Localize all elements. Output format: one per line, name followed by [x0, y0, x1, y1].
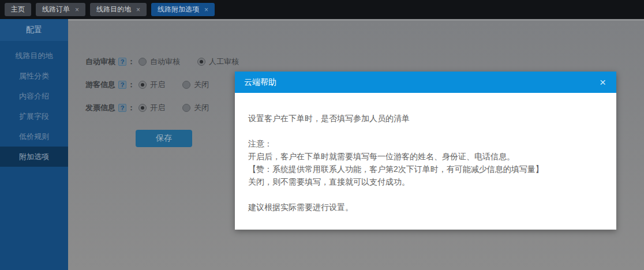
radio-label: 关闭 [194, 80, 209, 90]
sidebar: 配置 线路目的地 属性分类 内容介绍 扩展字段 低价规则 附加选项 [0, 19, 68, 270]
modal-text-line: 注意： [248, 137, 602, 150]
radio-icon-selected[interactable] [138, 104, 147, 112]
modal-header: 云端帮助 × [235, 72, 616, 93]
sidebar-title: 配置 [0, 19, 68, 41]
sidebar-item-extended-fields[interactable]: 扩展字段 [0, 106, 68, 126]
radio-label: 开启 [150, 103, 165, 113]
tab-label: 主页 [11, 5, 25, 14]
tab-label: 线路附加选项 [158, 5, 199, 14]
modal-body: 设置客户在下单时，是否填写参加人员的清单 注意： 开启后，客户在下单时就需要填写… [235, 93, 616, 213]
modal-text-line: 【赞：系统提供常用联系人功能，客户第2次下订单时，有可能减少信息的填写量】 [248, 163, 602, 175]
radio-option-on[interactable]: 开启 [138, 80, 165, 90]
form-row-invoice-info: 发票信息 ? ： 开启 关闭 [85, 102, 256, 114]
tab-line-extra-options[interactable]: 线路附加选项 × [151, 3, 215, 16]
radio-label: 自动审核 [150, 57, 180, 67]
modal-text-line: 建议根据实际需要进行设置。 [248, 201, 602, 213]
radio-option-off[interactable]: 关闭 [182, 80, 209, 90]
tab-label: 线路目的地 [96, 5, 131, 14]
tab-home[interactable]: 主页 [5, 3, 31, 16]
tab-line-destinations[interactable]: 线路目的地 × [90, 3, 147, 16]
sidebar-item-attribute-categories[interactable]: 属性分类 [0, 66, 68, 86]
label-colon: ： [128, 57, 135, 67]
radio-icon[interactable] [182, 81, 190, 89]
radio-label: 人工审核 [209, 57, 239, 67]
radio-label: 关闭 [194, 103, 209, 113]
form-row-tourist-info: 游客信息 ? ： 开启 关闭 [85, 79, 256, 91]
settings-form: 自动审核 ? ： 自动审核 人工审核 游客信息 ? ： 开启 [85, 56, 256, 125]
modal-title: 云端帮助 [244, 77, 276, 88]
field-label: 自动审核 [85, 57, 115, 67]
sidebar-item-content-intro[interactable]: 内容介绍 [0, 86, 68, 106]
modal-text-line [248, 188, 602, 201]
radio-label: 开启 [150, 80, 165, 90]
radio-icon[interactable] [138, 58, 147, 66]
help-icon[interactable]: ? [118, 104, 126, 112]
radio-option-on[interactable]: 开启 [138, 103, 165, 113]
help-icon[interactable]: ? [118, 58, 126, 66]
modal-text-line [248, 125, 602, 137]
tab-close-icon[interactable]: × [136, 6, 140, 13]
tab-close-icon[interactable]: × [75, 6, 79, 13]
tab-line-orders[interactable]: 线路订单 × [36, 3, 85, 16]
tab-label: 线路订单 [42, 5, 70, 14]
modal-text-line: 设置客户在下单时，是否填写参加人员的清单 [248, 112, 602, 125]
sidebar-item-extra-options[interactable]: 附加选项 [0, 147, 68, 167]
help-icon[interactable]: ? [118, 81, 126, 89]
cloud-help-modal: 云端帮助 × 设置客户在下单时，是否填写参加人员的清单 注意： 开启后，客户在下… [235, 72, 616, 230]
radio-option-manual-audit[interactable]: 人工审核 [197, 57, 239, 67]
radio-option-off[interactable]: 关闭 [182, 103, 209, 113]
label-colon: ： [128, 80, 135, 90]
modal-text-line: 关闭，则不需要填写，直接就可以支付成功。 [248, 175, 602, 188]
radio-icon-selected[interactable] [197, 58, 205, 66]
modal-text-line: 开启后，客户在下单时就需要填写每一位游客的姓名、身份证、电话信息。 [248, 150, 602, 163]
tab-close-icon[interactable]: × [204, 6, 208, 13]
sidebar-item-low-price-rules[interactable]: 低价规则 [0, 126, 68, 147]
field-label: 发票信息 [85, 103, 115, 113]
sidebar-items: 线路目的地 属性分类 内容介绍 扩展字段 低价规则 附加选项 [0, 41, 68, 167]
label-colon: ： [128, 103, 135, 113]
sidebar-item-line-destinations[interactable]: 线路目的地 [0, 46, 68, 66]
field-label: 游客信息 [85, 80, 115, 90]
close-icon[interactable]: × [598, 77, 607, 88]
tab-bar: 主页 线路订单 × 线路目的地 × 线路附加选项 × [0, 0, 644, 19]
radio-icon[interactable] [182, 104, 190, 112]
radio-option-auto-audit[interactable]: 自动审核 [138, 57, 180, 67]
radio-icon-selected[interactable] [138, 81, 147, 89]
form-row-auto-audit: 自动审核 ? ： 自动审核 人工审核 [85, 56, 256, 68]
save-button[interactable]: 保存 [136, 130, 192, 147]
page: 主页 线路订单 × 线路目的地 × 线路附加选项 × 配置 线路目的地 属性分类… [0, 0, 644, 270]
